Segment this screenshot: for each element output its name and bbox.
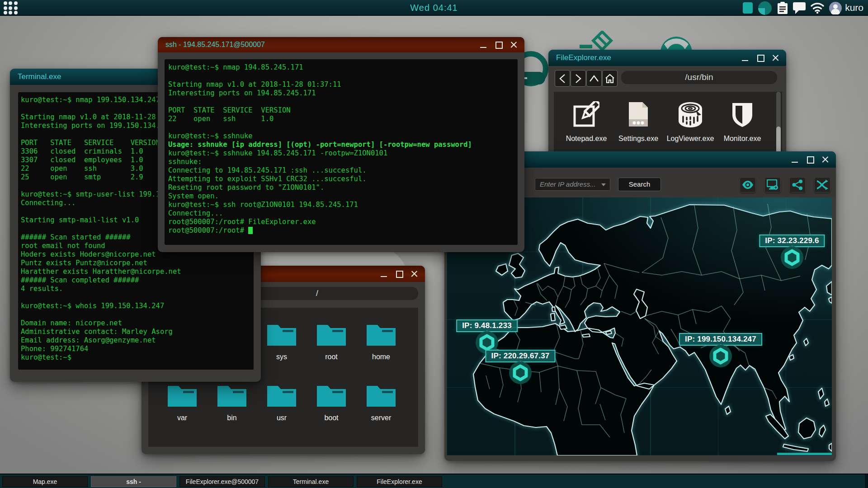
marker-node-icon	[780, 245, 804, 272]
log-icon	[665, 99, 715, 127]
file-item[interactable]: Notepad.exe	[561, 99, 611, 143]
taskbar-item-fileexplorer-exe[interactable]: FileExplorer.exe	[357, 476, 442, 487]
titlebar-fileexplorer-local[interactable]: FileExplorer.exe	[548, 50, 786, 66]
folder-icon	[307, 379, 356, 407]
file-item[interactable]: sys	[257, 318, 307, 361]
eye-icon[interactable]	[740, 177, 756, 192]
map-horizontal-scrollbar[interactable]	[777, 453, 832, 455]
file-item[interactable]: home	[356, 318, 406, 361]
terminal-line: Haratther exists Haratther@nicorpe.net	[21, 267, 254, 276]
search-button[interactable]: Search	[618, 178, 661, 191]
close-button[interactable]	[509, 40, 519, 50]
file-item-label: Notepad.exe	[561, 135, 611, 143]
file-item-label: home	[356, 353, 406, 361]
close-button[interactable]	[771, 53, 781, 63]
shuffle-icon[interactable]	[814, 177, 830, 192]
user-label[interactable]: kuro	[845, 0, 863, 15]
window-controls	[379, 266, 420, 282]
file-item-label: Settings.exe	[613, 135, 663, 143]
file-item[interactable]: bin	[207, 379, 257, 422]
terminal-line: System open.	[168, 192, 518, 201]
close-button[interactable]	[410, 269, 420, 279]
file-item[interactable]: root	[307, 318, 356, 361]
home-button[interactable]	[602, 70, 618, 87]
address-bar[interactable]: /usr/bin	[621, 71, 777, 84]
ssh-terminal-screen[interactable]: kuro@test:~$ nmap 194.85.245.171 Startin…	[165, 59, 518, 245]
terminal-line: Interesting ports on 194.85.245.171	[168, 89, 518, 98]
window-title: FileExplorer.exe	[556, 50, 611, 66]
monitor-add-icon[interactable]	[764, 177, 781, 192]
minimize-button[interactable]	[790, 155, 800, 164]
taskbar: Map.exessh -FileExplorer.exe@500007Termi…	[0, 474, 868, 488]
terminal-line: kuro@test:~$ whois 199.150.134.247	[21, 302, 254, 310]
minimize-button[interactable]	[379, 269, 389, 279]
terminal-line: Connecting to 194.85.245.171 :ssh ...suc…	[168, 166, 518, 175]
file-item[interactable]: Monitor.exe	[717, 99, 767, 143]
wifi-icon	[811, 3, 824, 14]
terminal-line: kuro@test:~$	[21, 353, 254, 362]
file-item[interactable]: Settings.exe	[613, 99, 663, 143]
maximize-button[interactable]	[805, 155, 815, 164]
toolbar: /usr/bin	[548, 66, 786, 91]
terminal-line: Administrative contact: Marley Asorg	[21, 328, 254, 336]
clock: Wed 04:41	[0, 0, 868, 16]
battery-icon	[743, 2, 753, 14]
window-ssh: ssh - 194.85.245.171@500007 kuro@test:~$…	[158, 37, 524, 252]
clipboard-icon	[777, 2, 788, 14]
file-item-label: bin	[207, 414, 257, 422]
terminal-line	[21, 310, 254, 319]
terminal-line: Phone: 992741764	[21, 345, 254, 353]
forward-button[interactable]	[571, 70, 586, 87]
window-controls	[478, 37, 519, 52]
pickaxe-icon[interactable]	[574, 31, 618, 51]
file-item-label: boot	[307, 414, 356, 422]
window-controls	[790, 151, 830, 168]
titlebar-ssh[interactable]: ssh - 194.85.245.171@500007	[158, 37, 524, 52]
terminal-line	[21, 293, 254, 302]
terminal-line: kuro@test:~$ sshnuke	[168, 132, 518, 141]
terminal-line	[168, 123, 518, 132]
file-item[interactable]: boot	[307, 379, 356, 422]
ip-address-input[interactable]: Enter IP address...	[535, 178, 610, 191]
share-icon[interactable]	[789, 177, 806, 192]
file-item[interactable]: var	[157, 379, 207, 422]
desktop: FileExplorer.exe@500007 / sysroothomevar…	[0, 0, 868, 488]
terminal-line	[168, 98, 518, 106]
terminal-line: Email address: Asorg@genzyme.net	[21, 336, 254, 345]
terminal-line: Puntz exists Puntz@nicorpe.net	[21, 259, 254, 267]
terminal-line: Connecting...	[168, 209, 518, 218]
file-item-label: sys	[257, 353, 307, 361]
marker-node-icon	[708, 344, 733, 370]
file-item-label: LogViewer.exe	[665, 135, 715, 143]
shield-icon	[717, 99, 767, 127]
file-item[interactable]: server	[356, 379, 406, 422]
terminal-line: Starting nmap v1.0 at 2018-11-28 01:37:1…	[168, 80, 518, 89]
terminal-line: kuro@test:~$ sshnuke 194.85.245.171 -roo…	[168, 149, 518, 158]
up-button[interactable]	[586, 70, 602, 87]
file-item[interactable]: usr	[257, 379, 307, 422]
taskbar-item-map-exe[interactable]: Map.exe	[2, 476, 88, 487]
minimize-button[interactable]	[740, 53, 750, 63]
terminal-line: 22 open ssh 1.0	[168, 115, 518, 123]
taskbar-item-terminal-exe[interactable]: Terminal.exe	[268, 476, 354, 487]
avatar-icon[interactable]	[829, 2, 842, 14]
chat-icon	[793, 2, 806, 14]
minimize-button[interactable]	[478, 40, 488, 50]
maximize-button[interactable]	[394, 269, 404, 279]
storage-pie-icon	[758, 1, 772, 15]
taskbar-item-ssh[interactable]: ssh -	[91, 476, 176, 487]
maximize-button[interactable]	[755, 53, 765, 63]
file-item[interactable]: LogViewer.exe	[665, 99, 715, 143]
file-item-label: root	[307, 353, 356, 361]
maximize-button[interactable]	[494, 40, 504, 50]
globe-icon[interactable]	[660, 35, 693, 51]
file-item-label: server	[356, 414, 406, 422]
settings-file-icon	[613, 99, 663, 127]
folder-icon	[356, 379, 406, 407]
back-button[interactable]	[555, 70, 570, 87]
terminal-line: root@500007:/root#	[168, 226, 518, 235]
terminal-line: Usage: sshnuke [ip address] [(opt) -port…	[168, 141, 518, 149]
taskbar-item-fileexplorer-exe-500007[interactable]: FileExplorer.exe@500007	[179, 476, 265, 487]
file-item-label: usr	[257, 414, 307, 422]
close-button[interactable]	[821, 155, 830, 164]
